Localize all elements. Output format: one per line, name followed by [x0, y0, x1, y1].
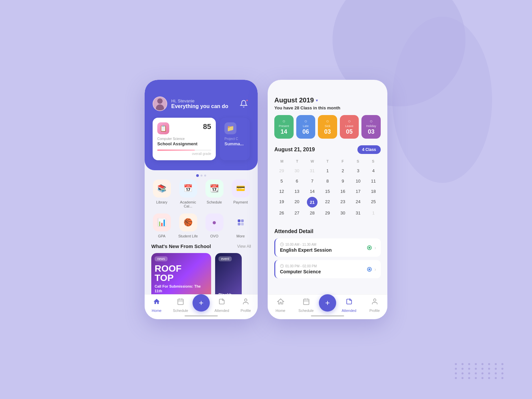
cal-cell[interactable]: 2	[335, 166, 350, 176]
avatar[interactable]	[153, 96, 167, 111]
grade-progress-bar	[157, 150, 211, 151]
cal-cell[interactable]: 7	[305, 176, 320, 186]
grade-card-2[interactable]: 📁 Project C Summa...	[220, 118, 250, 160]
month-chevron[interactable]: ▾	[316, 98, 318, 103]
header-left: Hi, Stevanie Everything you can do	[153, 96, 228, 111]
nav-attended[interactable]: Attended	[210, 298, 234, 313]
p2-nav-profile[interactable]: Profile	[362, 298, 387, 313]
action-gpa[interactable]: 📊 GPA	[151, 213, 172, 238]
cal-cell[interactable]: 28	[305, 208, 320, 218]
cal-cell[interactable]: 11	[366, 176, 381, 186]
svg-rect-1	[241, 219, 244, 222]
action-payment[interactable]: 💳 Payment	[230, 180, 251, 208]
nav-add-button[interactable]: +	[193, 294, 210, 312]
cal-cell[interactable]: 31	[351, 208, 365, 218]
attended-item-1[interactable]: 10.00 AM - 11.30 AM English Expert Sessi…	[274, 238, 381, 257]
cal-cell[interactable]: 6	[290, 176, 304, 186]
bg-circle-2	[392, 17, 492, 183]
nav-schedule[interactable]: Schedule	[169, 298, 193, 313]
grade-progress-fill	[157, 150, 195, 151]
cal-cell[interactable]: 16	[335, 187, 350, 196]
status-circle-2	[367, 267, 372, 272]
cal-cell[interactable]: 15	[320, 187, 335, 196]
month-title: August 2019	[274, 96, 314, 104]
svg-rect-4	[178, 299, 184, 305]
cal-cell[interactable]: 12	[274, 187, 289, 196]
cal-cell[interactable]: 8	[320, 176, 335, 186]
cal-cell[interactable]: 17	[351, 187, 365, 196]
cal-cell-today[interactable]: 21	[307, 197, 318, 207]
cal-cell[interactable]: 29	[320, 208, 335, 218]
cal-cell[interactable]: 14	[305, 187, 320, 196]
payment-icon: 💳	[232, 180, 250, 198]
cal-cell[interactable]: 20	[290, 197, 304, 207]
dot-active	[196, 174, 199, 177]
nav-profile[interactable]: Profile	[234, 298, 258, 313]
dot-inactive-2	[204, 175, 206, 177]
pill-present[interactable]: ○ Present 14	[274, 115, 294, 139]
cal-cell[interactable]: 1	[320, 166, 335, 176]
cal-cell[interactable]: 3	[351, 166, 365, 176]
p2-nav-add-button[interactable]: +	[319, 294, 336, 312]
action-academic-cal[interactable]: 📅 Academic Cal...	[178, 180, 199, 208]
holiday-count: 03	[368, 128, 374, 135]
holiday-label: Holiday	[366, 124, 376, 128]
cal-cell[interactable]: 19	[274, 197, 289, 207]
ovo-icon: ●	[205, 213, 223, 231]
cal-cell[interactable]: 4	[366, 166, 381, 176]
p2-nav-profile-label: Profile	[369, 309, 380, 313]
cal-cell[interactable]: 13	[290, 187, 304, 196]
student-life-label: Student Life	[178, 234, 198, 238]
cal-cell[interactable]: 22	[320, 197, 335, 207]
cal-cell[interactable]: 30	[290, 166, 304, 176]
status-dot-1	[368, 247, 370, 249]
grade-card-1-subject: Computer Science	[157, 137, 211, 141]
calendar-grid: M T W T F S S 29 30 31 1 2 3 4	[274, 158, 381, 218]
news-title: What's New From School	[151, 243, 211, 249]
more-icon	[232, 213, 250, 231]
class-count: 28 Class	[294, 105, 312, 110]
cal-cell[interactable]: 24	[351, 197, 365, 207]
cal-cell[interactable]: 26	[274, 208, 289, 218]
cal-cell[interactable]: 31	[305, 166, 320, 176]
pill-holiday[interactable]: ○ Holiday 03	[361, 115, 381, 139]
payment-label: Payment	[233, 200, 248, 204]
present-count: 14	[281, 128, 287, 135]
action-library[interactable]: 📚 Library	[151, 180, 172, 208]
cal-cell[interactable]: 18	[366, 187, 381, 196]
news-section-header: What's New From School View All	[145, 243, 258, 249]
cal-cell[interactable]: 29	[274, 166, 289, 176]
nav-home[interactable]: Home	[145, 298, 169, 313]
cal-cell[interactable]: 25	[366, 197, 381, 207]
selected-date: August 21, 2019	[274, 147, 315, 153]
cal-cell[interactable]: 23	[335, 197, 350, 207]
pill-late[interactable]: ○ Late 06	[296, 115, 316, 139]
cal-cell[interactable]: 5	[274, 176, 289, 186]
nav-schedule-label: Schedule	[173, 309, 188, 313]
pill-sick[interactable]: ○ Sick 03	[318, 115, 337, 139]
p2-nav-schedule[interactable]: Schedule	[293, 298, 319, 313]
holiday-icon: ○	[370, 118, 372, 124]
pill-leave[interactable]: ○ Leave 05	[340, 115, 359, 139]
view-all[interactable]: View All	[237, 244, 251, 249]
action-more[interactable]: More	[230, 213, 251, 238]
greeting-tagline: Everything you can do	[171, 103, 228, 109]
p2-nav-home[interactable]: Home	[268, 298, 293, 313]
cal-cell[interactable]: 9	[335, 176, 350, 186]
svg-point-8	[244, 299, 247, 301]
cal-cell[interactable]: 10	[351, 176, 365, 186]
cal-cell[interactable]: 27	[290, 208, 304, 218]
schedule-label: Schedule	[207, 200, 222, 204]
action-student-life[interactable]: 🏀 Student Life	[178, 213, 199, 238]
action-ovo[interactable]: ● OVO	[204, 213, 225, 238]
grade-card-2-title: Summa...	[224, 141, 245, 146]
attended-item-2[interactable]: 01.00 PM - 02.00 PM Computer Science ›	[274, 260, 381, 278]
action-schedule[interactable]: 📆 Schedule	[204, 180, 225, 208]
grade-card-1[interactable]: 📋 85 Computer Science School Assignment …	[153, 118, 216, 160]
notification-bell[interactable]	[238, 98, 250, 110]
p2-nav-attended[interactable]: Attended	[336, 298, 362, 313]
cal-cell[interactable]: 30	[335, 208, 350, 218]
svg-rect-11	[303, 299, 309, 305]
attended-name-1: English Expert Session	[280, 247, 332, 253]
cal-cell[interactable]: 1	[366, 208, 381, 218]
